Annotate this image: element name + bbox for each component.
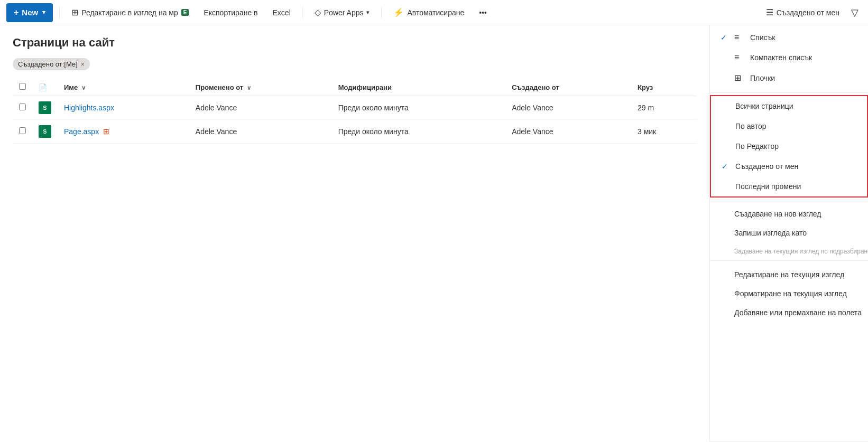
row-checkbox[interactable] (19, 104, 26, 110)
table-row: S Page.aspx ⊞ Adele Vance Преди около ми… (13, 120, 697, 144)
file-name-link[interactable]: Highlights.aspx (64, 104, 114, 112)
created-by-value: Adele Vance (512, 127, 553, 136)
excel-label: Excel (273, 8, 291, 17)
file-icon: S (39, 101, 51, 114)
action-section-2: Редактиране на текущия изглед Форматиран… (710, 263, 868, 324)
grid-icon: ⊞ (71, 7, 78, 17)
list-area: Страници на сайт Създадено от:[Me] × 📄 И… (0, 25, 709, 442)
powerapps-label: Power Apps (324, 8, 364, 17)
file-name-link[interactable]: Page.aspx (64, 127, 99, 136)
by-author-item[interactable]: По автор (711, 116, 867, 136)
table-header-row: 📄 Име ∨ Променено от ∨ Модифицирани Съз (13, 79, 697, 96)
separator-1 (59, 6, 60, 19)
table-icon: ⊞ (103, 127, 109, 136)
th-modified-by[interactable]: Променено от ∨ (189, 79, 332, 96)
add-remove-fields-item[interactable]: Добавяне или премахване на полета (710, 303, 868, 322)
th-created-by[interactable]: Създадено от (505, 79, 631, 96)
create-view-label: Създаване на нов изглед (734, 210, 821, 218)
page-title: Страници на сайт (13, 36, 697, 50)
row-checkbox-cell (13, 120, 32, 144)
edit-grid-label: Редактиране в изглед на мр (81, 8, 178, 17)
tiles-view-icon: ⊞ (734, 73, 745, 83)
row-circle-cell: 29 m (631, 96, 697, 120)
row-checkbox[interactable] (19, 127, 26, 134)
divider-1 (710, 92, 868, 93)
excel-button[interactable]: Excel (267, 5, 296, 20)
powerapps-icon: ◇ (315, 7, 321, 17)
list-check-icon: ✓ (721, 33, 729, 42)
save-view-item[interactable]: Запиши изгледа като (710, 223, 868, 242)
new-button[interactable]: + New ▾ (6, 3, 53, 22)
filter-close-button[interactable]: × (81, 61, 85, 68)
automate-label: Автоматисиране (407, 8, 464, 17)
sort-icon: ∨ (81, 84, 86, 91)
format-view-item[interactable]: Форматиране на текущия изглед (710, 284, 868, 303)
modified-by-value: Adele Vance (196, 127, 237, 136)
filter-tag-label: Създадено от:[Me] (18, 60, 78, 68)
row-modified-by-cell: Adele Vance (189, 96, 332, 120)
more-button[interactable]: ••• (474, 5, 492, 20)
powerapps-chevron: ▾ (366, 9, 370, 16)
filter-button[interactable]: ▽ (848, 4, 862, 22)
tiles-view-label: Плочки (750, 74, 775, 82)
list-view-label: Списък (750, 33, 775, 42)
automate-button[interactable]: ⚡ Автоматисиране (388, 4, 469, 21)
sort-modified-by-icon: ∨ (247, 84, 251, 91)
all-pages-item[interactable]: Всички страници (711, 96, 867, 116)
row-file-icon-cell: S (32, 120, 58, 144)
th-circle-label: Круз (638, 83, 653, 91)
view-tiles-item[interactable]: ⊞ Плочки (710, 68, 868, 88)
all-pages-label: Всички страници (735, 102, 793, 110)
view-list-item[interactable]: ✓ ≡ Списък (710, 27, 868, 48)
view-compact-item[interactable]: ≡ Компактен списък (710, 48, 868, 68)
row-created-by-cell: Adele Vance (505, 120, 631, 144)
edit-grid-button[interactable]: ⊞ Редактиране в изглед на мр E (66, 4, 194, 21)
view-label-text: Създадено от мен (777, 8, 839, 17)
toolbar: + New ▾ ⊞ Редактиране в изглед на мр E Е… (0, 0, 868, 25)
row-file-icon-cell: S (32, 96, 58, 120)
list-view-icon: ≡ (734, 33, 745, 42)
th-name[interactable]: Име ∨ (58, 79, 189, 96)
view-selector[interactable]: ☰ Създадено от мен (762, 5, 844, 20)
save-view-label: Запиши изгледа като (734, 229, 807, 237)
modified-by-value: Adele Vance (196, 104, 237, 112)
automate-icon: ⚡ (393, 7, 404, 17)
hamburger-icon: ☰ (766, 7, 773, 17)
filter-tag: Създадено от:[Me] × (13, 58, 90, 70)
row-modified-cell: Преди около минута (332, 96, 505, 120)
more-label: ••• (479, 8, 487, 17)
circle-value: 3 мик (638, 127, 656, 136)
file-name-container: Highlights.aspx (64, 104, 183, 112)
set-default-text: Задаване на текущия изглед по подразбира… (734, 248, 868, 255)
table-body: S Highlights.aspx Adele Vance Преди окол… (13, 96, 697, 144)
excel-badge: E (181, 9, 189, 16)
set-default-label: Задаване на текущия изглед по подразбира… (710, 244, 868, 258)
created-by-me-check: ✓ (722, 162, 730, 171)
new-label: New (22, 8, 38, 17)
create-view-item[interactable]: Създаване на нов изглед (710, 204, 868, 223)
select-all-checkbox[interactable] (19, 83, 26, 90)
export-label: Експортиране в (204, 8, 257, 17)
edit-view-item[interactable]: Редактиране на текущия изглед (710, 265, 868, 284)
circle-value: 29 m (638, 104, 654, 112)
compact-view-label: Компактен списък (750, 53, 812, 62)
filter-icon: ▽ (851, 7, 858, 18)
by-editor-item[interactable]: По Редактор (711, 136, 867, 156)
created-by-me-item[interactable]: ✓ Създадено от мен (711, 156, 867, 176)
row-modified-cell: Преди около минута (332, 120, 505, 144)
add-remove-label: Добавяне или премахване на полета (734, 308, 862, 317)
recent-changes-item[interactable]: Последни промени (711, 176, 867, 196)
by-editor-label: По Редактор (735, 142, 779, 151)
th-modified[interactable]: Модифицирани (332, 79, 505, 96)
toolbar-right: ☰ Създадено от мен ▽ (762, 4, 862, 22)
th-file-icon: 📄 (32, 79, 58, 96)
table-row: S Highlights.aspx Adele Vance Преди окол… (13, 96, 697, 120)
file-name-container: Page.aspx ⊞ (64, 127, 183, 136)
row-circle-cell: 3 мик (631, 120, 697, 144)
file-type-icon: 📄 (39, 83, 47, 91)
export-excel-button[interactable]: Експортиране в (198, 5, 263, 20)
powerapps-button[interactable]: ◇ Power Apps ▾ (309, 4, 375, 21)
row-modified-by-cell: Adele Vance (189, 120, 332, 144)
row-name-cell: Highlights.aspx (58, 96, 189, 120)
modified-value: Преди около минута (338, 104, 409, 112)
